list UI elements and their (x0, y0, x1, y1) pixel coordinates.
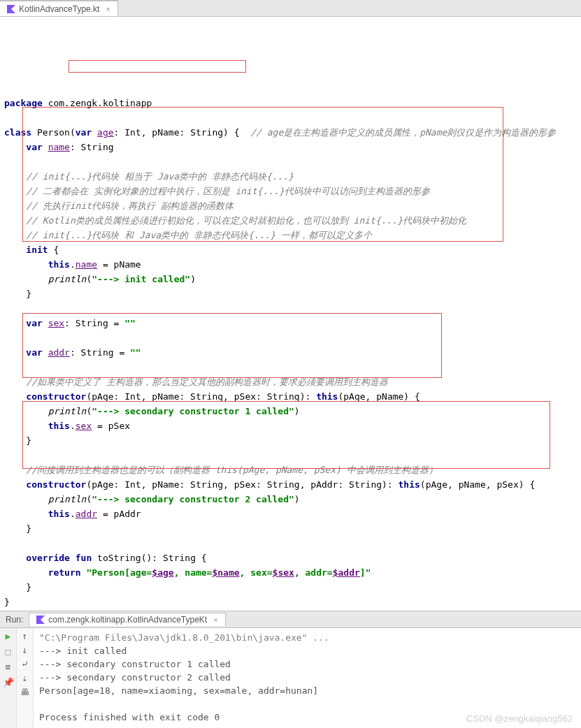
up-icon[interactable]: ↑ (20, 631, 30, 641)
highlight-box (69, 60, 246, 73)
code-editor[interactable]: package com.zengk.koltinapp class Person… (0, 17, 581, 611)
keyword: init (26, 245, 48, 255)
tpl-var: $addr (333, 567, 360, 578)
run-toolbar-left: ▶ ⬚ ≡ 📌 (0, 628, 17, 728)
run-header: Run: com.zengk.koltinapp.KotlinAdvanceTy… (0, 611, 581, 628)
kotlin-file-icon (36, 616, 45, 624)
keyword: var (26, 318, 42, 328)
string: , sex= (240, 567, 273, 578)
comment: // age是在主构造器中定义的成员属性，pName则仅仅是作为构造器的形参 (250, 127, 556, 138)
keyword: return (48, 567, 81, 578)
run-tab-name: com.zengk.koltinapp.KotlinAdvanceTypeKt (48, 615, 207, 625)
args: (pAge, pName, pSex) { (420, 479, 535, 490)
params: (pAge: Int, pName: String, pSex: String,… (86, 479, 398, 490)
run-panel: Run: com.zengk.koltinapp.KotlinAdvanceTy… (0, 611, 581, 728)
down-icon[interactable]: ↓ (20, 645, 30, 655)
string: "Person[age= (86, 567, 152, 578)
string: "" (130, 347, 141, 358)
tpl-var: $name (212, 567, 239, 578)
var-name: name (48, 142, 70, 152)
fn-call: println (48, 274, 87, 284)
keyword: var (26, 142, 42, 152)
comment: // init{...}代码块 相当于 Java类中的 非静态代码块{...} (26, 171, 294, 182)
class-name: Person (37, 127, 70, 138)
type: : String = (64, 318, 124, 328)
class-params: (var age: Int, pName: String) (70, 127, 229, 138)
string: , name= (174, 567, 213, 578)
string: , addr= (294, 567, 333, 578)
close-icon[interactable]: × (213, 616, 217, 624)
print-icon[interactable]: 🖶 (20, 687, 30, 697)
scroll-icon[interactable]: ⇣ (20, 673, 30, 683)
keyword: this (399, 479, 420, 490)
keyword: package (4, 98, 43, 108)
keyword: constructor (26, 391, 86, 402)
close-icon[interactable]: × (106, 5, 110, 13)
type: : String (70, 142, 114, 152)
keyword: this (48, 259, 70, 270)
tpl-var: $sex (273, 567, 294, 578)
keyword: this (48, 509, 70, 519)
comment: // 先执行init代码块，再执行 副构造器的函数体 (26, 201, 234, 211)
fn-call: println (48, 494, 87, 504)
pin-icon[interactable]: 📌 (3, 677, 13, 687)
run-label: Run: (0, 615, 29, 625)
console-line: ---> init called (39, 644, 575, 657)
package-name: com.zengk.koltinapp (48, 98, 152, 108)
console-line: Person[age=18, name=xiaoming, sex=male, … (39, 684, 575, 697)
comment: //间接调用到主构造器也是的可以（副构造器 this(pAge, pName, … (26, 465, 437, 475)
run-toolbar-right: ↑ ↓ ⤶ ⇣ 🖶 (17, 628, 34, 728)
comment: // 二者都会在 实例化对象的过程中执行，区别是 init{...}代码块中可以… (26, 186, 430, 196)
fn-call: println (48, 406, 87, 416)
string: "---> secondary constructor 2 called" (92, 494, 294, 504)
keyword: this (48, 421, 70, 431)
string: "---> secondary constructor 1 called" (92, 406, 294, 416)
string: ]" (360, 567, 371, 578)
string: "---> init called" (92, 274, 190, 284)
comment: //如果类中定义了 主构造器，那么当定义其他的副构造器时，要求必须要调用到主构造… (26, 377, 387, 387)
params: (pAge: Int, pName: String, pSex: String)… (86, 391, 316, 402)
assign: = pSex (92, 421, 130, 431)
layout-icon[interactable]: ≡ (3, 662, 13, 671)
keyword: var (26, 347, 42, 358)
rerun-icon[interactable]: ▶ (3, 631, 13, 641)
stop-icon[interactable]: ⬚ (3, 646, 13, 656)
wrap-icon[interactable]: ⤶ (20, 659, 30, 669)
keyword: fun (76, 553, 92, 563)
editor-tab-bar: KotlinAdvanceType.kt × (0, 0, 581, 17)
kotlin-file-icon (7, 5, 15, 13)
console-line: ---> secondary constructor 1 called (39, 657, 575, 671)
tpl-var: $age (152, 567, 173, 578)
args: (pAge, pName) { (338, 391, 419, 402)
run-config-tab[interactable]: com.zengk.koltinapp.KotlinAdvanceTypeKt … (29, 613, 225, 626)
assign: = pAddr (97, 509, 141, 519)
assign: = pName (97, 259, 141, 270)
fn-name: toString (97, 553, 141, 563)
console-line: "C:\Program Files\Java\jdk1.8.0_201\bin\… (39, 631, 575, 644)
keyword: override (26, 553, 70, 563)
console-line: ---> secondary constructor 2 called (39, 671, 575, 684)
var-name: addr (48, 347, 70, 358)
prop-ref: name (76, 259, 97, 270)
tab-filename: KotlinAdvanceType.kt (19, 4, 99, 14)
comment: // Kotlin类的成员属性必须进行初始化，可以在定义时就初始化，也可以放到 … (26, 215, 466, 226)
type: : String = (70, 347, 130, 358)
file-tab[interactable]: KotlinAdvanceType.kt × (0, 0, 118, 16)
var-name: sex (48, 318, 64, 328)
keyword: this (316, 391, 338, 402)
watermark: CSDN @zengkaiqiang562 (466, 713, 573, 724)
keyword: class (4, 127, 31, 138)
prop-ref: sex (76, 421, 92, 431)
sig: (): String { (141, 553, 207, 563)
comment: // init{...}代码块 和 Java类中的 非静态代码块{...} 一样… (26, 230, 372, 240)
keyword: constructor (26, 479, 86, 490)
prop-ref: addr (76, 509, 97, 519)
string: "" (124, 318, 136, 328)
